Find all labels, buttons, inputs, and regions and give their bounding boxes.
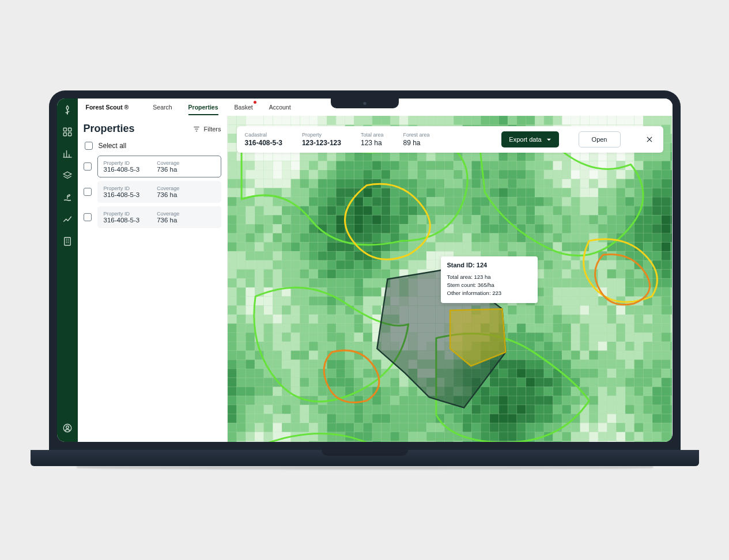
svg-rect-814 <box>282 260 291 270</box>
svg-rect-688 <box>498 233 508 243</box>
filters-button[interactable]: Filters <box>192 125 221 133</box>
map-area[interactable]: // leave empty on purpose; we draw cells… <box>228 116 673 442</box>
svg-rect-500 <box>607 197 616 206</box>
svg-rect-800 <box>607 251 616 260</box>
svg-rect-564 <box>282 215 291 224</box>
svg-rect-270 <box>336 161 345 170</box>
svg-rect-247 <box>580 152 589 161</box>
dashboard-icon[interactable] <box>62 126 73 138</box>
svg-rect-228 <box>408 152 417 161</box>
svg-rect-693 <box>543 233 553 243</box>
svg-rect-1016 <box>300 297 309 306</box>
building-icon[interactable] <box>62 236 73 247</box>
svg-rect-1761 <box>255 432 264 441</box>
svg-rect-1613 <box>273 405 282 414</box>
svg-rect-1150 <box>607 315 616 324</box>
svg-rect-1587 <box>489 396 498 405</box>
svg-rect-545 <box>562 206 571 215</box>
svg-rect-1669 <box>327 414 336 423</box>
checkbox-icon[interactable] <box>84 213 92 221</box>
svg-rect-1657 <box>670 405 673 414</box>
tab-properties[interactable]: Properties <box>188 100 218 115</box>
svg-rect-406 <box>661 179 670 188</box>
svg-rect-343 <box>543 170 553 179</box>
svg-rect-1737 <box>489 423 498 432</box>
trend-icon[interactable] <box>62 214 73 225</box>
svg-rect-354 <box>643 170 652 179</box>
svg-rect-584 <box>462 215 471 224</box>
svg-rect-1451 <box>616 369 625 378</box>
svg-rect-1065 <box>290 305 300 315</box>
svg-rect-27 <box>399 116 408 125</box>
svg-rect-1517 <box>309 387 318 396</box>
svg-rect-1389 <box>508 360 517 369</box>
svg-rect-280 <box>426 161 435 170</box>
svg-rect-1352 <box>625 351 634 360</box>
svg-rect-214 <box>282 152 291 161</box>
svg-rect-859 <box>236 270 245 279</box>
svg-rect-1574 <box>372 396 381 405</box>
bar-chart-icon[interactable] <box>62 148 73 160</box>
property-card[interactable]: Property ID 316-408-5-3 Coverage 736 ha <box>97 206 221 228</box>
laptop-base <box>31 450 699 466</box>
coverage-value: 736 ha <box>157 191 179 198</box>
svg-rect-825 <box>381 260 390 270</box>
svg-rect-1729 <box>417 423 426 432</box>
svg-rect-345 <box>562 170 571 179</box>
svg-rect-377 <box>399 179 408 188</box>
svg-rect-1243 <box>543 332 553 342</box>
svg-rect-736 <box>481 243 490 252</box>
svg-rect-532 <box>444 206 454 215</box>
svg-rect-401 <box>616 179 625 188</box>
user-avatar-icon[interactable] <box>62 422 73 434</box>
export-data-button[interactable]: Export data <box>501 131 558 147</box>
app-logo-icon[interactable] <box>62 104 73 116</box>
checkbox-icon[interactable] <box>84 162 92 171</box>
svg-rect-445 <box>562 188 571 197</box>
svg-rect-1461 <box>255 378 264 387</box>
svg-rect-495 <box>562 197 571 206</box>
svg-rect-310 <box>245 170 255 179</box>
svg-rect-1242 <box>535 332 544 342</box>
svg-rect-371 <box>345 179 354 188</box>
svg-rect-368 <box>318 179 327 188</box>
svg-rect-626 <box>390 224 399 233</box>
checkbox-icon[interactable] <box>84 188 92 196</box>
open-button[interactable]: Open <box>579 131 621 147</box>
checkbox-icon[interactable] <box>85 142 93 150</box>
svg-rect-1141 <box>526 315 535 324</box>
tooltip-line: Total area: 123 ha <box>447 273 531 281</box>
svg-rect-1730 <box>426 423 435 432</box>
svg-rect-613 <box>273 224 282 233</box>
tab-basket[interactable]: Basket <box>235 100 253 115</box>
svg-rect-599 <box>598 215 607 224</box>
svg-rect-1363 <box>273 360 282 369</box>
layers-icon[interactable] <box>62 170 73 181</box>
property-card[interactable]: Property ID 316-408-5-3 Coverage 736 ha <box>97 181 221 203</box>
svg-rect-894 <box>553 270 562 279</box>
close-button[interactable] <box>644 134 655 145</box>
svg-rect-40 <box>516 116 526 125</box>
svg-rect-555 <box>652 206 662 215</box>
svg-rect-308 <box>228 170 237 179</box>
svg-rect-1402 <box>625 360 634 369</box>
property-card[interactable]: Property ID 316-408-5-3 Coverage 736 ha <box>97 156 221 177</box>
svg-rect-250 <box>607 152 616 161</box>
svg-rect-1456 <box>661 369 670 378</box>
svg-rect-1490 <box>516 378 526 387</box>
tab-search[interactable]: Search <box>153 100 172 115</box>
svg-rect-1708 <box>228 423 237 432</box>
app-title: Forest Scout ® <box>86 104 129 111</box>
svg-rect-1667 <box>309 414 318 423</box>
svg-rect-1073 <box>363 305 372 315</box>
svg-rect-1488 <box>498 378 508 387</box>
hand-plant-icon[interactable] <box>62 192 73 203</box>
svg-rect-664 <box>282 233 291 243</box>
svg-rect-1794 <box>553 432 562 441</box>
svg-rect-1018 <box>318 297 327 306</box>
svg-rect-404 <box>643 179 652 188</box>
select-all-row[interactable]: Select all <box>85 142 221 150</box>
svg-rect-481 <box>435 197 444 206</box>
svg-rect-30 <box>426 116 435 125</box>
tab-account[interactable]: Account <box>269 100 291 115</box>
